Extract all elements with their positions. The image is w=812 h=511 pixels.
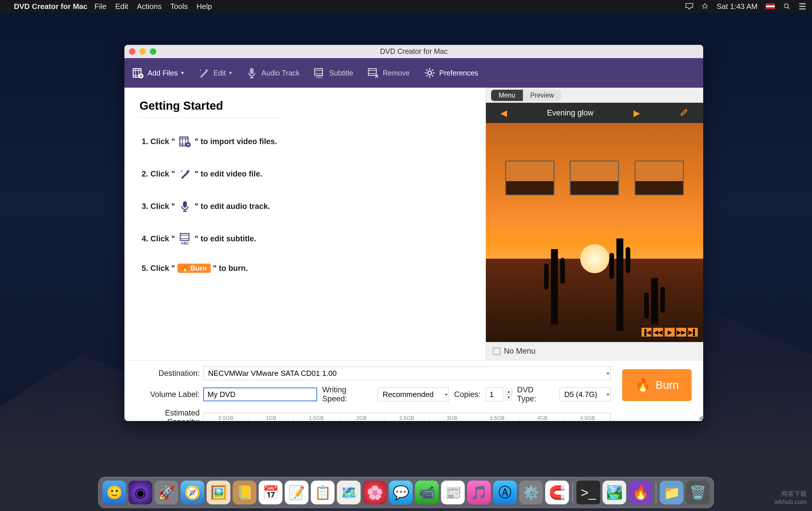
- reminders-icon[interactable]: 📋: [311, 481, 335, 504]
- dvd-type-label: DVD Type:: [517, 385, 554, 403]
- remove-button[interactable]: Remove: [367, 67, 410, 79]
- copies-label: Copies:: [454, 390, 481, 399]
- dvd-type-select[interactable]: D5 (4.7G): [559, 387, 611, 401]
- finder-icon[interactable]: 🙂: [103, 481, 126, 504]
- menu-file[interactable]: File: [94, 2, 107, 11]
- news-icon[interactable]: 📰: [441, 481, 465, 504]
- app-window: DVD Creator for Mac Add Files▾ Edit▾ Aud…: [124, 45, 703, 421]
- dvd-creator-dock-icon[interactable]: 🔥: [629, 481, 652, 504]
- skip-start-button[interactable]: ▐◀: [641, 328, 652, 337]
- step-3: 3. Click " " to edit audio track.: [140, 199, 470, 214]
- chapter-thumb[interactable]: [570, 160, 619, 195]
- rewind-button[interactable]: ◀◀: [653, 328, 663, 337]
- trash-icon[interactable]: 🗑️: [686, 481, 709, 504]
- chapter-thumb[interactable]: [505, 160, 554, 195]
- resize-handle[interactable]: ◢: [698, 414, 703, 420]
- step-4: 4. Click " ABC " to edit subtitle.: [140, 231, 470, 246]
- settings-icon[interactable]: ⚙️: [519, 481, 543, 504]
- spotlight-icon[interactable]: [783, 3, 790, 10]
- menubar-clock[interactable]: Sat 1:43 AM: [717, 2, 758, 11]
- airplay-icon[interactable]: [685, 3, 693, 10]
- destination-select[interactable]: NECVMWar VMware SATA CD01 1.00: [203, 366, 611, 380]
- notes-icon[interactable]: 📝: [285, 481, 309, 504]
- input-source-icon[interactable]: [766, 3, 775, 9]
- window-zoom-button[interactable]: [150, 48, 156, 55]
- messages-icon[interactable]: 💬: [389, 481, 413, 504]
- svg-point-7: [428, 71, 432, 75]
- app-menu[interactable]: DVD Creator for Mac: [14, 2, 87, 11]
- fast-forward-button[interactable]: ▶▶: [676, 328, 687, 337]
- status-icon[interactable]: [701, 3, 708, 10]
- menu-edit[interactable]: Edit: [115, 2, 128, 11]
- burn-options-panel: Destination: NECVMWar VMware SATA CD01 1…: [124, 360, 703, 421]
- screenshot-icon[interactable]: 🏞️: [603, 481, 626, 504]
- play-button[interactable]: ▶: [664, 328, 675, 337]
- burn-button[interactable]: 🔥 Burn: [622, 369, 692, 401]
- no-menu-checkbox[interactable]: [493, 348, 500, 355]
- film-add-icon: [177, 134, 193, 149]
- microphone-icon: [246, 67, 258, 79]
- copies-input[interactable]: [486, 387, 503, 401]
- chapter-thumb[interactable]: [635, 160, 684, 195]
- step-5: 5. Click " Burn " to burn.: [140, 264, 470, 273]
- magic-wand-icon: [198, 67, 210, 79]
- terminal-icon[interactable]: >_: [576, 481, 600, 504]
- siri-icon[interactable]: ◉: [128, 481, 152, 504]
- facetime-icon[interactable]: 📹: [415, 481, 439, 504]
- contacts-icon[interactable]: 📒: [233, 481, 256, 504]
- window-close-button[interactable]: [129, 48, 136, 55]
- magic-wand-icon: [177, 167, 193, 181]
- macos-dock: 🙂 ◉ 🚀 🧭 🖼️ 📒 📅 📝 📋 🗺️ 🌸 💬 📹 📰 🎵 Ⓐ ⚙️ 🧲 >…: [98, 477, 714, 508]
- safari-icon[interactable]: 🧭: [180, 481, 204, 504]
- downloads-icon[interactable]: 📁: [660, 481, 684, 504]
- getting-started-panel: Getting Started 1. Click " " to import v…: [124, 88, 486, 360]
- calendar-icon[interactable]: 📅: [259, 481, 283, 504]
- writing-speed-select[interactable]: Recommended: [378, 387, 449, 401]
- tab-menu[interactable]: Menu: [491, 90, 523, 101]
- photos-icon[interactable]: 🌸: [363, 481, 387, 504]
- step-2: 2. Click " " to edit video file.: [140, 167, 470, 181]
- appstore-icon[interactable]: Ⓐ: [493, 481, 517, 504]
- menu-help[interactable]: Help: [197, 2, 212, 11]
- subtitle-button[interactable]: ABC Subtitle: [313, 67, 353, 79]
- add-files-button[interactable]: Add Files▾: [132, 67, 184, 79]
- window-title: DVD Creator for Mac: [380, 47, 447, 56]
- svg-rect-4: [315, 68, 323, 75]
- maps-icon[interactable]: 🗺️: [337, 481, 360, 504]
- volume-label-label: Volume Label:: [136, 390, 200, 399]
- copies-down-button[interactable]: ▼: [505, 394, 512, 400]
- preferences-button[interactable]: Preferences: [424, 67, 478, 79]
- tab-preview[interactable]: Preview: [523, 90, 562, 101]
- menu-actions[interactable]: Actions: [137, 2, 162, 11]
- music-icon[interactable]: 🎵: [467, 481, 491, 504]
- copies-up-button[interactable]: ▲: [505, 389, 512, 394]
- window-titlebar: DVD Creator for Mac: [124, 45, 703, 58]
- next-theme-button[interactable]: ▶: [634, 108, 640, 118]
- gear-icon: [424, 67, 436, 79]
- film-remove-icon: [367, 67, 379, 79]
- edit-theme-button[interactable]: [680, 108, 689, 118]
- volume-label-input[interactable]: [203, 387, 317, 401]
- prev-theme-button[interactable]: ◀: [500, 108, 507, 118]
- writing-speed-label: Writing Speed:: [322, 385, 373, 403]
- flame-icon: 🔥: [635, 378, 651, 393]
- menu-tools[interactable]: Tools: [170, 2, 188, 11]
- capacity-label: Estimated Capacity:: [136, 409, 200, 421]
- preview-icon[interactable]: 🖼️: [207, 481, 230, 504]
- edit-button[interactable]: Edit▾: [198, 67, 232, 79]
- svg-rect-11: [180, 234, 189, 240]
- window-minimize-button[interactable]: [140, 48, 146, 55]
- film-add-icon: [132, 67, 144, 79]
- magnet-icon[interactable]: 🧲: [545, 481, 569, 504]
- notification-center-icon[interactable]: [799, 3, 806, 9]
- dvd-menu-preview: ▐◀ ◀◀ ▶ ▶▶ ▶▌: [486, 123, 703, 342]
- step-1: 1. Click " " to import video files.: [140, 134, 470, 149]
- burn-pill-icon: Burn: [177, 264, 211, 273]
- svg-rect-6: [368, 68, 376, 75]
- launchpad-icon[interactable]: 🚀: [154, 481, 178, 504]
- destination-label: Destination:: [136, 369, 200, 378]
- audio-track-button[interactable]: Audio Track: [246, 67, 299, 79]
- microphone-icon: [177, 199, 193, 214]
- svg-rect-10: [183, 201, 187, 207]
- skip-end-button[interactable]: ▶▌: [688, 328, 698, 337]
